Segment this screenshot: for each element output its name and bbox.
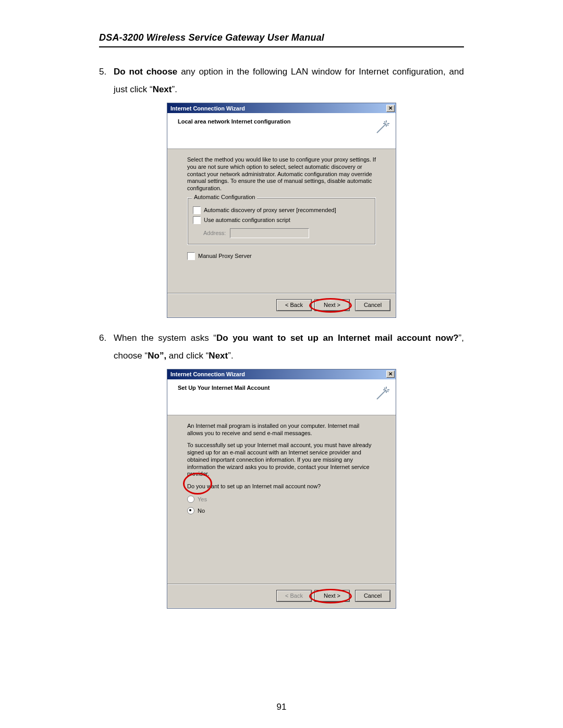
radio-no-label: No: [198, 508, 205, 514]
wizard-2-content: An Internet mail program is installed on…: [167, 415, 396, 584]
checkbox-auto-discovery[interactable]: Automatic discovery of proxy server [rec…: [193, 206, 370, 214]
step-6-text: When the system asks “Do you want to set…: [114, 329, 464, 365]
page-number: 91: [0, 702, 563, 712]
step-6-t3: ”,: [160, 351, 166, 361]
wizard-2-footer: < Back Next > Cancel: [167, 584, 396, 608]
wizard-2: Internet Connection Wizard ✕ Set Up Your…: [167, 369, 396, 609]
button-set: < Back Next > Cancel: [276, 299, 390, 311]
wizard-2-head-title: Set Up Your Internet Mail Account: [178, 385, 270, 391]
address-row: Address:: [203, 228, 370, 238]
step-6-t1: When the system asks “: [114, 333, 216, 343]
checkbox-auto-script-label: Use automatic configuration script: [204, 217, 290, 223]
step-5-emphasis: Do not choose: [114, 67, 177, 77]
step-6-number: 6.: [99, 329, 114, 365]
step-6-q3: Next: [209, 351, 228, 361]
address-label: Address:: [203, 230, 226, 236]
wizard-1-titlebar[interactable]: Internet Connection Wizard ✕: [167, 103, 396, 113]
checkbox-icon[interactable]: [187, 252, 195, 260]
step-6: 6. When the system asks “Do you want to …: [99, 329, 464, 365]
address-input[interactable]: [230, 228, 309, 238]
wizard-1: Internet Connection Wizard ✕ Local area …: [167, 103, 396, 318]
svg-line-7: [377, 392, 384, 399]
cancel-button[interactable]: Cancel: [355, 590, 390, 602]
svg-line-5: [384, 121, 385, 122]
close-icon[interactable]: ✕: [386, 105, 395, 112]
radio-yes-label: Yes: [198, 496, 207, 502]
step-5: 5. Do not choose any option in the follo…: [99, 63, 464, 98]
step-6-t4: and click “: [166, 351, 209, 361]
radio-yes[interactable]: Yes: [187, 496, 376, 503]
svg-line-6: [387, 125, 388, 126]
wizard-1-head: Local area network Internet configuratio…: [167, 113, 396, 149]
next-button[interactable]: Next >: [314, 590, 350, 602]
wizard-2-p2: To successfully set up your Internet mai…: [187, 442, 376, 478]
document-page: DSA-3200 Wireless Service Gateway User M…: [0, 0, 563, 728]
spacer: [187, 516, 376, 579]
step-6-q2: No: [148, 351, 160, 361]
svg-line-0: [377, 126, 384, 133]
step-5-number: 5.: [99, 63, 114, 98]
radio-icon[interactable]: [187, 496, 194, 503]
checkbox-manual-proxy[interactable]: Manual Proxy Server: [187, 252, 376, 260]
close-icon[interactable]: ✕: [386, 371, 395, 378]
checkbox-icon[interactable]: [193, 216, 201, 224]
wizard-2-head: Set Up Your Internet Mail Account: [167, 379, 396, 415]
step-6-t5: ”.: [228, 351, 233, 361]
step-5-tail: ”.: [172, 84, 177, 94]
wizard-2-question: Do you want to set up an Internet mail a…: [187, 483, 376, 490]
auto-config-group: Automatic Configuration Automatic discov…: [187, 198, 376, 245]
radio-icon[interactable]: [187, 507, 194, 514]
wizard-1-intro: Select the method you would like to use …: [187, 156, 376, 192]
wand-icon: [373, 118, 391, 137]
checkbox-manual-proxy-label: Manual Proxy Server: [198, 253, 252, 259]
wizard-2-title: Internet Connection Wizard: [170, 371, 245, 377]
wizard-2-titlebar[interactable]: Internet Connection Wizard ✕: [167, 369, 396, 379]
cancel-button[interactable]: Cancel: [355, 299, 390, 311]
header-title: DSA-3200 Wireless Service Gateway User M…: [99, 32, 464, 43]
wizard-1-content: Select the method you would like to use …: [167, 149, 396, 293]
svg-line-12: [384, 388, 385, 389]
wizard-2-p1: An Internet mail program is installed on…: [187, 423, 376, 437]
wand-icon: [373, 385, 391, 403]
wizard-1-title: Internet Connection Wizard: [170, 105, 245, 112]
radio-no[interactable]: No: [187, 507, 376, 514]
spacer: [187, 262, 376, 288]
button-set: < Back Next > Cancel: [276, 590, 390, 602]
next-button[interactable]: Next >: [314, 299, 350, 311]
checkbox-auto-script[interactable]: Use automatic configuration script: [193, 216, 370, 224]
header-rule: [99, 46, 464, 47]
checkbox-icon[interactable]: [193, 206, 201, 214]
checkbox-auto-discovery-label: Automatic discovery of proxy server [rec…: [204, 207, 336, 213]
step-5-next: Next: [153, 84, 172, 94]
auto-config-legend: Automatic Configuration: [192, 194, 257, 200]
back-button[interactable]: < Back: [276, 590, 312, 602]
wizard-1-footer: < Back Next > Cancel: [167, 293, 396, 317]
back-button[interactable]: < Back: [276, 299, 312, 311]
step-5-text: Do not choose any option in the followin…: [114, 63, 464, 98]
wizard-1-head-title: Local area network Internet configuratio…: [178, 118, 290, 125]
step-6-q1: Do you want to set up an Internet mail a…: [216, 333, 459, 343]
svg-line-13: [387, 391, 388, 392]
